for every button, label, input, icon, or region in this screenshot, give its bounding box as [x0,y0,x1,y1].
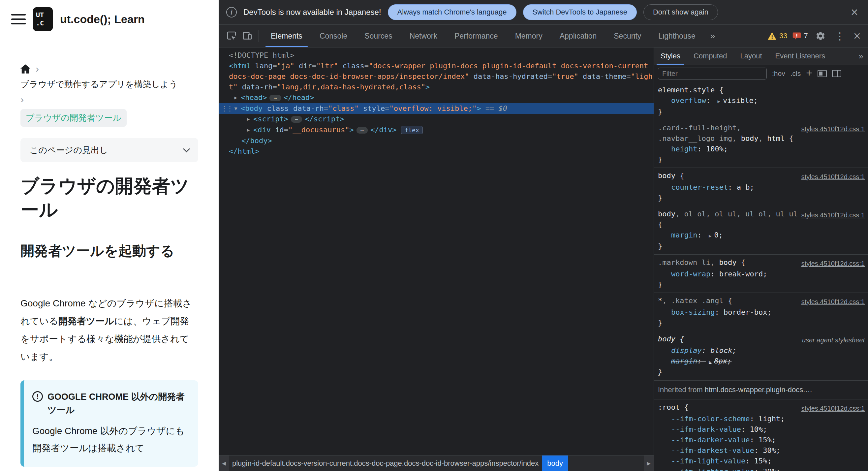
breadcrumb-course-link[interactable]: ブラウザで動作するアプリを構築しよう [21,78,178,90]
devtools-tab-elements[interactable]: Elements [262,25,311,47]
expand-value-icon[interactable]: ▶ [709,359,711,365]
dom-token: = [312,62,316,70]
dom-token: class [267,104,288,113]
rule-selector[interactable]: *, .katex .angl { [658,295,732,307]
page-toc-toggle[interactable]: このページの見出し [21,138,198,162]
styles-filter-input[interactable] [658,68,767,80]
css-declaration[interactable]: counter-reset: a b; [658,182,865,193]
toggle-element-state-button[interactable]: :hov [772,70,785,77]
section-heading: 開発者ツールを起動する [21,242,198,260]
infobar-message: DevTools is now available in Japanese! [243,8,381,17]
switch-japanese-button[interactable]: Switch DevTools to Japanese [523,4,637,20]
stylesheet-link[interactable]: styles.4510f12d.css:1 [801,295,865,307]
rendering-icon[interactable] [817,70,827,77]
rule-selector[interactable]: .card--full-height, .navbar__logo img, b… [658,123,798,144]
rule-selector[interactable]: element.style { [658,85,723,95]
more-sidebar-tabs-icon[interactable]: » [854,51,868,61]
ellipsis-expander-icon[interactable]: ⋯ [270,95,281,101]
warnings-indicator[interactable]: 33 [767,32,787,40]
css-declaration[interactable]: box-sizing: border-box; [658,307,865,318]
issues-indicator[interactable]: 7 [792,32,808,40]
menu-icon[interactable] [11,14,26,24]
rule-selector[interactable]: body { [658,170,684,182]
rule-selector[interactable]: :root { [658,402,689,414]
settings-gear-icon[interactable] [813,28,829,44]
ellipsis-expander-icon[interactable]: ⋯ [291,116,302,123]
expand-value-icon[interactable]: ▶ [717,99,720,104]
styles-tab-computed[interactable]: Computed [687,48,734,65]
dom-token: <!DOCTYPE html> [229,51,294,59]
css-declaration[interactable]: word-wrap: break-word; [658,269,865,279]
dom-node[interactable]: ▶<div id="__docusaurus">⋯</div>flex [219,125,654,135]
devtools-tab-performance[interactable]: Performance [446,25,506,47]
expand-arrow-icon[interactable]: ▶ [231,92,241,103]
utcode-logo[interactable]: UT .C [33,7,53,31]
stylesheet-link[interactable]: styles.4510f12d.css:1 [801,123,865,144]
styles-tab-styles[interactable]: Styles [654,48,687,65]
css-declaration[interactable]: --ifm-color-scheme: light; [658,414,865,424]
crumbs-scroll-right-icon[interactable]: ▶ [644,456,654,471]
dom-node[interactable]: <html lang="ja" dir="ltr" class="docs-wr… [219,61,654,92]
devtools-tab-network[interactable]: Network [401,25,446,47]
rule-selector[interactable]: body, ol ol, ol ul, ul ol, ul ul { [658,209,798,230]
css-declaration[interactable]: --ifm-light-value: 15%; [658,456,865,466]
devtools-tab-security[interactable]: Security [605,25,650,47]
crumbs-scroll-left-icon[interactable]: ◀ [219,456,229,471]
inspect-element-icon[interactable] [224,28,240,44]
more-options-icon[interactable]: ⋮ [833,30,847,42]
css-declaration[interactable]: --ifm-darkest-value: 30%; [658,445,865,456]
dom-token: "class" [328,104,359,113]
styles-tab-layout[interactable]: Layout [734,48,768,65]
css-declaration[interactable]: display: block; [658,345,865,356]
stylesheet-link[interactable]: styles.4510f12d.css:1 [801,257,865,269]
expand-arrow-icon[interactable]: ▶ [243,114,253,124]
infobar-close-icon[interactable]: × [848,6,861,19]
flex-badge[interactable]: flex [401,126,423,134]
device-toolbar-icon[interactable] [240,28,255,44]
dom-node[interactable]: <!DOCTYPE html> [219,50,654,61]
expand-value-icon[interactable]: ▶ [709,233,711,239]
devtools-tab-application[interactable]: Application [551,25,606,47]
stylesheet-link[interactable]: styles.4510f12d.css:1 [801,402,865,414]
home-icon[interactable] [21,64,30,73]
css-declaration[interactable]: margin: ▶8px; [658,356,865,367]
dom-node[interactable]: </html> [219,146,654,157]
css-declaration[interactable]: overflow: ▶visible; [658,95,865,106]
devtools-tab-memory[interactable]: Memory [506,25,551,47]
css-declaration[interactable]: margin: ▶0; [658,230,865,241]
css-declaration[interactable]: height: 100%; [658,144,865,154]
dom-node[interactable]: ⋮⋮▼<body class data-rh="class" style="ov… [219,103,654,114]
devtools-tab-lighthouse[interactable]: Lighthouse [650,25,704,47]
devtools-tab-sources[interactable]: Sources [356,25,401,47]
dom-node[interactable]: ▶<script>⋯</script> [219,114,654,125]
more-tabs-icon[interactable]: » [704,31,721,41]
selected-element-crumb[interactable]: body [542,456,568,471]
computed-sidebar-icon[interactable] [832,70,841,77]
rule-selector[interactable]: .markdown li, body { [658,257,745,269]
devtools-tab-console[interactable]: Console [311,25,356,47]
inherited-element-link[interactable]: html.docs-wrapper.plugin-docs.… [705,385,812,394]
site-title[interactable]: ut.code(); Learn [60,13,145,26]
ellipsis-expander-icon[interactable]: ⋯ [356,127,368,133]
element-classes-button[interactable]: .cls [790,70,801,77]
css-declaration[interactable]: --ifm-lighter-value: 30%; [658,466,865,471]
expand-arrow-icon[interactable]: ▶ [243,125,253,135]
new-style-rule-icon[interactable]: + [806,68,812,78]
dom-node[interactable]: </body> [219,135,654,146]
page-title: ブラウザの開発者ツール [21,174,198,221]
devtools-close-icon[interactable]: × [851,30,863,42]
rule-selector[interactable]: body { [658,334,684,345]
stylesheet-link[interactable]: styles.4510f12d.css:1 [801,170,865,182]
css-declaration[interactable]: --ifm-dark-value: 10%; [658,424,865,435]
html-crumb[interactable]: plugin-id-default.docs-version-current.d… [232,459,538,468]
styles-tab-event-listeners[interactable]: Event Listeners [769,48,832,65]
warning-icon [767,32,777,40]
dom-node[interactable]: ▶<head>⋯</head> [219,92,654,103]
match-language-button[interactable]: Always match Chrome's language [388,4,517,20]
stylesheet-link[interactable]: styles.4510f12d.css:1 [801,209,865,230]
dom-token: < [241,93,245,102]
dont-show-again-button[interactable]: Don't show again [643,4,718,20]
css-declaration[interactable]: --ifm-darker-value: 15%; [658,435,865,445]
collapse-arrow-icon[interactable]: ▼ [231,103,241,114]
alert-icon: ! [32,391,43,402]
